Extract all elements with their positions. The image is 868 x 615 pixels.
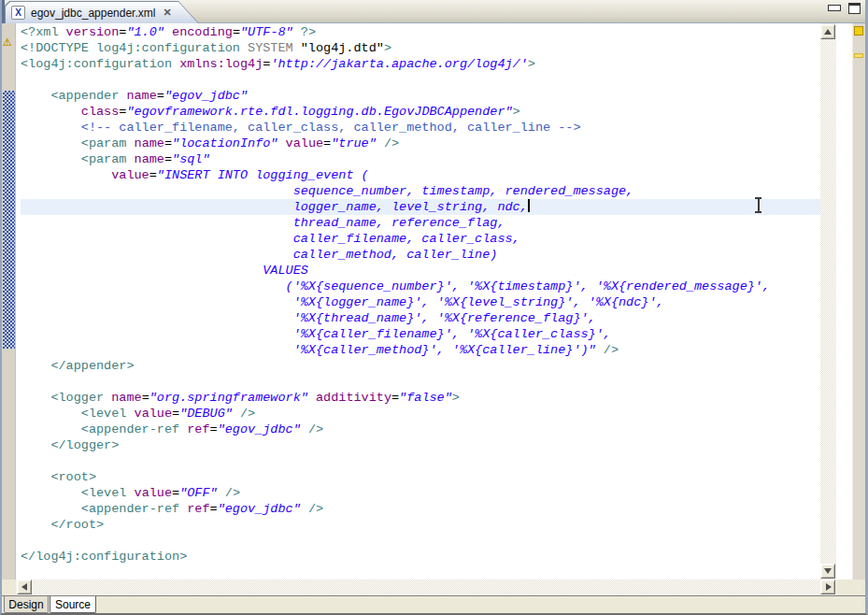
code-line[interactable]: thread_name, reference_flag, [21,215,836,231]
code-token: 'http://jakarta.apache.org/log4j/' [270,57,527,71]
code-token: = [157,89,164,103]
tab-design[interactable]: Design [4,596,49,613]
tab-source[interactable]: Source [50,596,96,613]
code-line[interactable]: logger_name, level_string, ndc, [21,199,836,215]
code-line[interactable]: value="INSERT INTO logging_event ( [21,167,836,183]
code-token: '%X{caller_method}', '%X{caller_line}')" [21,343,596,357]
code-line[interactable]: class="egovframework.rte.fdl.logging.db.… [21,104,836,120]
horizontal-scrollbar[interactable] [16,579,836,595]
code-token: "UTF-8" [240,25,293,39]
code-line[interactable] [21,72,836,88]
code-line[interactable]: </logger> [21,437,836,453]
code-token [21,407,81,421]
code-token: = [164,136,172,150]
code-line[interactable]: <level value="DEBUG" /> [21,406,836,422]
code-token: <?xml [21,25,66,39]
code-token: value [135,407,173,421]
overview-warning-mark[interactable] [854,53,863,58]
code-line[interactable]: <appender-ref ref="egov_jdbc" /> [21,501,836,517]
code-token [21,518,50,532]
code-token: value [111,168,149,182]
maximize-icon[interactable] [848,3,861,14]
code-token [21,152,81,166]
annotation-ruler[interactable]: ⚠ [2,23,16,579]
code-token: caller_filename, caller_class, [21,232,520,246]
code-token: /> [604,343,619,357]
code-line[interactable]: <param name="sql" [21,151,836,167]
code-token [596,343,604,357]
code-line[interactable]: <root> [21,469,836,485]
code-line[interactable]: <?xml version="1.0" encoding="UTF-8" ?> [21,24,836,40]
code-line[interactable]: </root> [21,517,836,533]
code-line[interactable]: <appender name="egov_jdbc" [21,88,836,104]
code-line[interactable]: caller_method, caller_line) [21,247,836,263]
code-token: "true" [331,136,377,150]
code-line[interactable]: '%X{logger_name}', '%X{level_string}', '… [21,294,836,310]
overview-ruler-track[interactable] [852,23,865,579]
code-token: value [135,486,173,500]
code-token [301,422,308,436]
code-token [21,105,81,119]
code-token: "egov_jdbc" [218,422,301,436]
code-token: name [111,391,141,405]
code-token [21,89,50,103]
code-token [308,391,316,405]
code-line[interactable]: <!-- caller_filename, caller_class, call… [21,120,836,136]
code-token: = [164,152,172,166]
code-token: = [233,25,240,39]
bottom-tab-bar: Design Source [2,595,865,613]
code-token: = [210,422,218,436]
code-line[interactable]: caller_filename, caller_class, [21,231,836,247]
code-line[interactable]: '%X{caller_method}', '%X{caller_line}')"… [21,342,836,358]
code-line[interactable] [21,374,836,390]
code-token: xmlns:log4j [179,57,263,71]
tab-design-label: Design [8,598,43,611]
code-token: = [323,136,331,150]
code-line[interactable]: <param name="locationInfo" value="true" … [21,136,836,151]
code-token: </log4j:configuration> [21,550,187,564]
code-line[interactable]: <!DOCTYPE log4j:configuration SYSTEM "lo… [21,40,836,56]
code-token: sequence_number, timestamp, rendered_mes… [21,184,633,198]
code-token [21,486,81,500]
code-token: "1.0" [126,25,164,39]
code-token: /> [308,422,323,436]
scroll-left-button[interactable] [17,579,32,594]
code-token: logger_name, level_string, ndc, [21,200,528,214]
code-line[interactable]: '%X{caller_filename}', '%X{caller_class}… [21,326,836,342]
code-line[interactable]: </appender> [21,358,836,374]
code-token: <root> [50,470,96,484]
code-line[interactable]: VALUES [21,263,836,279]
code-token: = [172,407,179,421]
code-line[interactable]: sequence_number, timestamp, rendered_mes… [21,183,836,199]
code-line[interactable] [21,453,836,469]
source-editor: ⚠ <?xml version="1.0" encoding="UTF-8" ?… [2,23,865,579]
overview-ruler[interactable] [836,23,865,579]
code-line[interactable]: <level value="OFF" /> [21,485,836,501]
scroll-right-button[interactable] [820,579,835,594]
code-token: <!DOCTYPE log4j:configuration [21,41,248,55]
code-line[interactable]: <appender-ref ref="egov_jdbc" /> [21,422,836,437]
warning-icon[interactable]: ⚠ [3,36,12,49]
code-line[interactable]: </log4j:configuration> [21,549,836,565]
editor-window: X egov_jdbc_appender.xml ✕ ⚠ <?xml versi… [0,0,868,615]
code-token: value [286,136,324,150]
code-token: version [66,25,120,39]
code-token: "egov_jdbc" [164,89,248,103]
code-token: > [513,105,520,119]
overview-header-warning-mark[interactable] [854,26,863,36]
triangle-left-icon [21,583,27,591]
vertical-scrollbar[interactable] [820,23,836,579]
close-icon[interactable]: ✕ [163,7,171,19]
scroll-up-button[interactable] [820,24,835,39]
code-area[interactable]: <?xml version="1.0" encoding="UTF-8" ?><… [16,23,836,579]
code-line[interactable]: <logger name="org.springframework" addit… [21,390,836,406]
minimize-icon[interactable] [828,5,841,11]
code-line[interactable]: '%X{thread_name}', '%X{reference_flag}', [21,310,836,326]
editor-tab[interactable]: X egov_jdbc_appender.xml ✕ [5,1,199,23]
code-line[interactable] [21,533,836,549]
code-token [21,422,81,436]
code-line[interactable]: <log4j:configuration xmlns:log4j='http:/… [21,56,836,72]
editor-tab-face[interactable]: X egov_jdbc_appender.xml ✕ [6,2,198,23]
scroll-down-button[interactable] [820,564,835,579]
code-line[interactable]: ('%X{sequence_number}', '%X{timestamp}',… [21,279,836,294]
